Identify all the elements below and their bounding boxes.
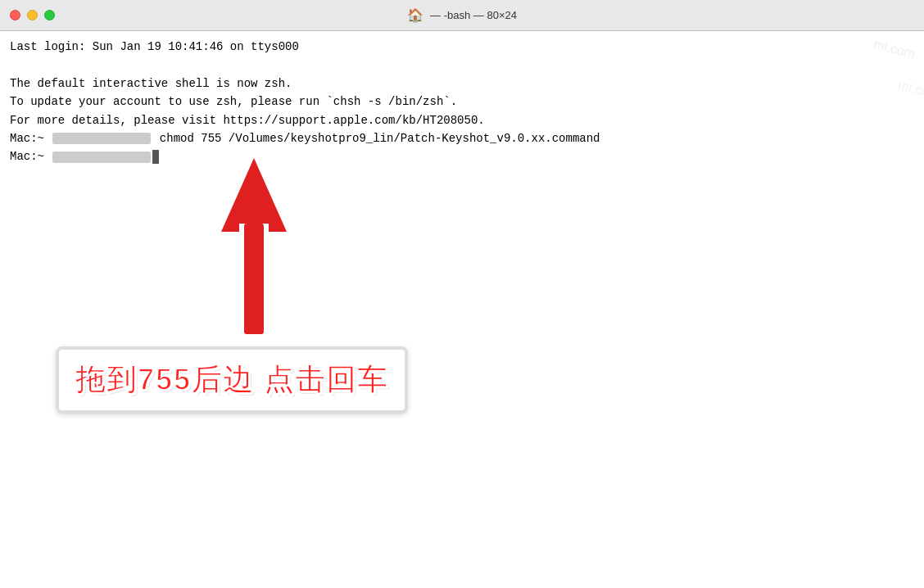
annotation-text: 拖到755后边 点击回车 (56, 346, 408, 414)
titlebar: 🏠 — -bash — 80×24 (0, 0, 924, 31)
terminal-line-7: Mac:~ (10, 147, 914, 165)
svg-rect-0 (244, 224, 264, 334)
cmd-text-6: chmod 755 /Volumes/keyshotpro9_lin/Patch… (152, 129, 600, 147)
terminal-cursor (152, 150, 159, 164)
home-icon: 🏠 (407, 7, 424, 24)
terminal-line-5: For more details, please visit https://s… (10, 111, 914, 129)
maximize-button[interactable] (44, 10, 55, 20)
prompt-prefix-7: Mac:~ (10, 147, 51, 165)
svg-marker-1 (221, 158, 287, 232)
traffic-lights (10, 10, 55, 20)
annotation-container: 拖到755后边 点击回车 (56, 346, 408, 414)
titlebar-center: 🏠 — -bash — 80×24 (407, 7, 517, 24)
blurred-username-7 (52, 152, 151, 163)
terminal-line-4: To update your account to use zsh, pleas… (10, 93, 914, 111)
minimize-button[interactable] (27, 10, 38, 20)
blurred-username-6 (52, 133, 151, 144)
prompt-prefix-6: Mac:~ (10, 129, 51, 147)
terminal-line-2 (10, 56, 914, 74)
terminal-line-1: Last login: Sun Jan 19 10:41:46 on ttys0… (10, 38, 914, 56)
terminal-line-3: The default interactive shell is now zsh… (10, 75, 914, 93)
close-button[interactable] (10, 10, 20, 20)
terminal-body[interactable]: Last login: Sun Jan 19 10:41:46 on ttys0… (0, 31, 924, 588)
window-title: — -bash — 80×24 (430, 9, 517, 21)
arrow-up-icon (221, 158, 287, 338)
terminal-window: 🏠 — -bash — 80×24 Last login: Sun Jan 19… (0, 0, 924, 588)
terminal-line-6: Mac:~ chmod 755 /Volumes/keyshotpro9_lin… (10, 129, 914, 147)
